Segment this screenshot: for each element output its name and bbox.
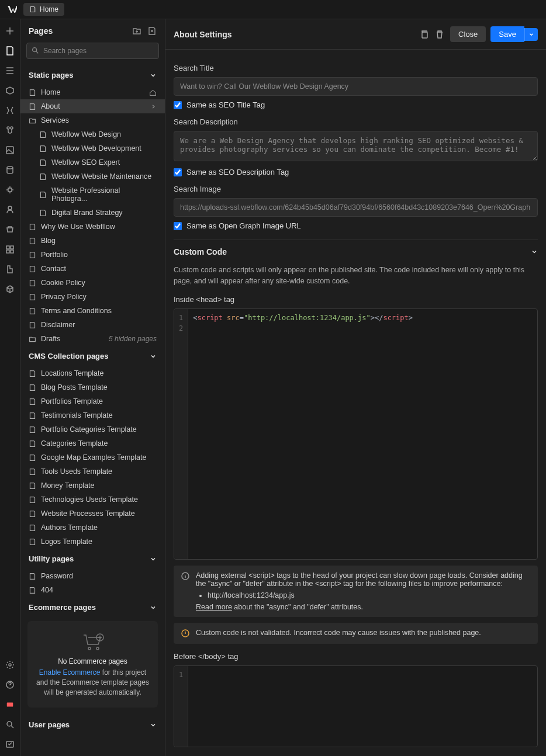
page-item[interactable]: Drafts5 hidden pages	[20, 332, 165, 346]
add-icon[interactable]	[4, 25, 16, 37]
styles-icon[interactable]	[4, 124, 16, 136]
save-button[interactable]: Save	[490, 26, 524, 42]
navigator-icon[interactable]	[4, 65, 16, 77]
page-item[interactable]: 404	[20, 583, 165, 597]
page-item[interactable]: Password	[20, 569, 165, 583]
users-icon[interactable]	[4, 204, 16, 216]
read-more-link[interactable]: Read more	[196, 603, 232, 611]
section-static[interactable]: Static pages	[20, 65, 165, 85]
save-dropdown[interactable]	[524, 28, 538, 41]
section-utility[interactable]: Utility pages	[20, 549, 165, 569]
page-item[interactable]: Home	[20, 85, 165, 99]
svg-point-16	[88, 647, 91, 650]
page-icon	[39, 209, 47, 217]
help-icon[interactable]	[4, 679, 16, 691]
page-item[interactable]: Digital Brand Strategy	[20, 206, 165, 220]
page-item[interactable]: Services	[20, 113, 165, 127]
page-label: Webflow Web Design	[51, 130, 121, 138]
page-label: Testimonials Template	[41, 411, 113, 419]
page-item[interactable]: About	[20, 99, 165, 113]
components-icon[interactable]	[4, 85, 16, 96]
custom-code-desc: Custom code and scripts will only appear…	[174, 265, 538, 287]
page-item[interactable]: Testimonials Template	[20, 408, 165, 422]
head-code-editor[interactable]: 12 <script src="http://localhost:1234/ap…	[174, 308, 538, 560]
ecommerce-icon[interactable]	[4, 224, 16, 235]
page-label: Drafts	[41, 335, 60, 343]
page-icon	[29, 398, 36, 405]
page-item[interactable]: Webflow Web Design	[20, 127, 165, 141]
home-icon	[149, 89, 157, 96]
page-item[interactable]: Webflow SEO Expert	[20, 155, 165, 169]
section-cms[interactable]: CMS Collection pages	[20, 346, 165, 366]
page-item[interactable]: Privacy Policy	[20, 290, 165, 304]
page-item[interactable]: Money Template	[20, 478, 165, 493]
page-item[interactable]: Locations Template	[20, 366, 165, 380]
page-icon	[29, 524, 36, 532]
page-item[interactable]: Webflow Website Maintenance	[20, 169, 165, 183]
enable-ecommerce-link[interactable]: Enable Ecommerce	[39, 668, 101, 677]
pages-icon[interactable]	[4, 45, 16, 57]
search-rail-icon[interactable]	[4, 719, 16, 730]
webflow-logo[interactable]	[5, 2, 19, 16]
page-item[interactable]: Blog Posts Template	[20, 380, 165, 394]
delete-icon[interactable]	[435, 30, 444, 39]
page-icon	[29, 237, 36, 245]
page-item[interactable]: Authors Template	[20, 521, 165, 535]
page-icon	[29, 307, 36, 315]
ecommerce-empty: No Ecommerce pages Enable Ecommerce for …	[27, 621, 158, 708]
settings-icon[interactable]	[4, 659, 16, 671]
same-image-check[interactable]: Same as Open Graph Image URL	[174, 221, 538, 230]
assets-icon[interactable]	[4, 144, 16, 156]
page-item[interactable]: Google Map Examples Template	[20, 450, 165, 464]
page-icon	[29, 412, 36, 419]
svg-point-1	[11, 127, 13, 129]
cms-icon[interactable]	[4, 164, 16, 176]
page-icon	[29, 384, 36, 391]
page-item[interactable]: Portfolios Template	[20, 394, 165, 408]
page-item[interactable]: Portfolio Categories Template	[20, 422, 165, 436]
new-folder-icon[interactable]	[132, 26, 141, 36]
page-item[interactable]: Categories Template	[20, 436, 165, 450]
same-desc-check[interactable]: Same as SEO Description Tag	[174, 168, 538, 176]
close-button[interactable]: Close	[450, 26, 486, 42]
page-item[interactable]: Disclaimer	[20, 318, 165, 332]
search-title-label: Search Title	[174, 64, 538, 72]
page-item[interactable]: Contact	[20, 262, 165, 276]
search-desc-label: Search Description	[174, 117, 538, 126]
page-item[interactable]: Webflow Web Development	[20, 141, 165, 155]
svg-point-15	[33, 48, 37, 52]
page-item[interactable]: Website Processes Template	[20, 507, 165, 521]
svg-rect-12	[7, 703, 13, 707]
apps-icon[interactable]	[4, 244, 16, 255]
finsweet-icon[interactable]	[4, 263, 16, 275]
video-icon[interactable]	[4, 699, 16, 710]
search-title-input	[174, 77, 538, 96]
page-item[interactable]: Tools Useds Template	[20, 464, 165, 478]
svg-point-0	[7, 127, 9, 129]
page-item[interactable]: Terms and Conditions	[20, 304, 165, 318]
section-ecommerce[interactable]: Ecommerce pages	[20, 597, 165, 618]
custom-code-section[interactable]: Custom Code	[174, 240, 538, 260]
page-item[interactable]: Portfolio	[20, 248, 165, 262]
variables-icon[interactable]	[4, 105, 16, 116]
page-item[interactable]: Logos Template	[20, 535, 165, 549]
search-image-input	[174, 198, 538, 217]
same-title-check[interactable]: Same as SEO Title Tag	[174, 100, 538, 109]
audit-icon[interactable]	[4, 738, 16, 750]
page-item[interactable]: Website Professional Photogra...	[20, 183, 165, 206]
section-user[interactable]: User pages	[20, 715, 165, 735]
page-icon	[29, 454, 36, 462]
body-code-editor[interactable]: 1	[174, 665, 538, 747]
page-item[interactable]: Why We Use Webfllow	[20, 220, 165, 234]
page-item[interactable]: Cookie Policy	[20, 276, 165, 290]
logic-icon[interactable]	[4, 184, 16, 196]
svg-rect-8	[6, 250, 9, 253]
breadcrumb-home[interactable]: Home	[23, 3, 64, 16]
page-item[interactable]: Technologies Useds Template	[20, 493, 165, 507]
new-page-icon[interactable]	[147, 26, 157, 36]
page-item[interactable]: Blog	[20, 234, 165, 248]
cube-icon[interactable]	[4, 283, 16, 295]
page-icon	[29, 496, 36, 504]
copy-icon[interactable]	[420, 30, 429, 39]
search-input[interactable]	[26, 43, 159, 59]
